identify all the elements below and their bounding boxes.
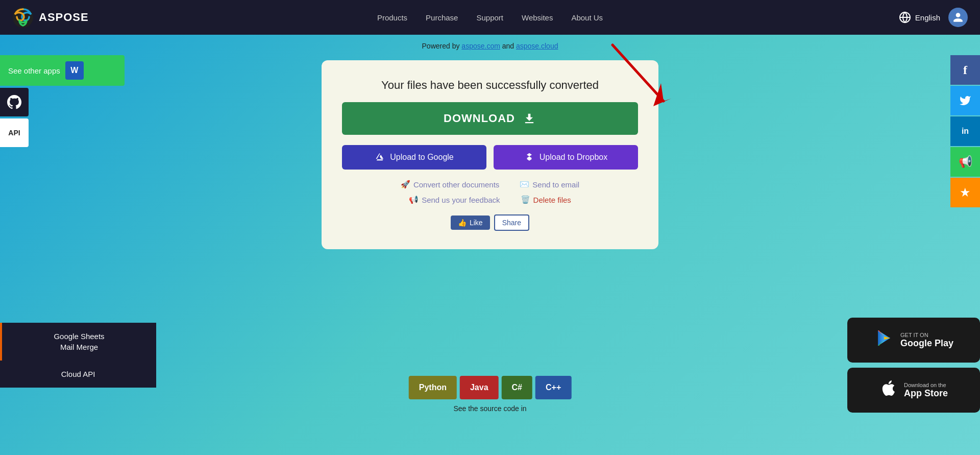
- app-store-small-label: Download on the: [904, 382, 948, 388]
- upload-dropbox-button[interactable]: Upload to Dropbox: [494, 145, 638, 170]
- trash-icon: 🗑️: [521, 195, 530, 204]
- facebook-button[interactable]: f: [950, 55, 980, 85]
- announce-button[interactable]: 📢: [950, 147, 980, 177]
- logo-text: ASPOSE: [39, 11, 89, 24]
- rocket-icon: 🚀: [401, 180, 410, 189]
- google-play-icon: [874, 328, 894, 352]
- github-button[interactable]: [0, 88, 29, 116]
- globe-icon: [899, 11, 911, 23]
- twitter-button[interactable]: [950, 86, 980, 115]
- main-nav: Products Purchase Support Websites About…: [377, 13, 603, 22]
- nav-support[interactable]: Support: [476, 13, 503, 22]
- google-sheets-line1: Google Sheets: [14, 331, 144, 342]
- email-icon: ✉️: [520, 180, 529, 189]
- feedback-icon: 📢: [409, 195, 419, 204]
- bottom-right-store-buttons: GET IT ON Google Play Download on the Ap…: [847, 318, 980, 413]
- app-store-large-label: App Store: [904, 388, 948, 399]
- star-icon: ★: [960, 185, 971, 200]
- nav-websites[interactable]: Websites: [522, 13, 553, 22]
- right-sidebar: f in 📢 ★: [950, 55, 980, 207]
- java-label: Java: [470, 383, 488, 392]
- action-row-2: 📢 Send us your feedback 🗑️ Delete files: [409, 195, 571, 204]
- apple-svg: [879, 379, 898, 397]
- java-button[interactable]: Java: [460, 376, 499, 399]
- apple-app-store-button[interactable]: Download on the App Store: [847, 368, 980, 413]
- google-sheets-line2: Mail Merge: [14, 342, 144, 352]
- github-icon: [7, 95, 21, 109]
- main-area: See other apps W API Google Sheets Mail …: [0, 55, 980, 413]
- like-button[interactable]: 👍 Like: [451, 215, 490, 230]
- cloud-upload-buttons: Upload to Google Upload to Dropbox: [342, 145, 638, 170]
- python-button[interactable]: Python: [409, 376, 457, 399]
- source-code-text: See the source code in: [453, 404, 526, 413]
- convert-other-link[interactable]: 🚀 Convert other documents: [401, 180, 499, 189]
- apple-icon: [879, 379, 898, 401]
- google-play-text: GET IT ON Google Play: [900, 332, 953, 349]
- share-button[interactable]: Share: [494, 214, 529, 231]
- cpp-label: C++: [546, 383, 561, 392]
- nav-purchase[interactable]: Purchase: [426, 13, 458, 22]
- language-label: English: [915, 13, 940, 22]
- aspose-logo-icon: [12, 7, 34, 28]
- and-text: and: [502, 42, 514, 50]
- send-feedback-link[interactable]: 📢 Send us your feedback: [409, 195, 500, 204]
- send-email-link[interactable]: ✉️ Send to email: [520, 180, 579, 189]
- google-play-small-label: GET IT ON: [900, 332, 953, 338]
- language-selector[interactable]: English: [899, 11, 940, 23]
- thumbs-up-icon: 👍: [458, 219, 467, 227]
- google-sheets-button[interactable]: Google Sheets Mail Merge: [0, 323, 156, 361]
- powered-by-text: Powered by: [422, 42, 460, 50]
- conversion-card: Your files have been successfully conver…: [322, 60, 658, 249]
- upload-dropbox-label: Upload to Dropbox: [540, 153, 607, 162]
- google-play-large-label: Google Play: [900, 338, 953, 349]
- header: ASPOSE Products Purchase Support Website…: [0, 0, 980, 35]
- powered-by-bar: Powered by aspose.com and aspose.cloud: [0, 35, 980, 55]
- google-play-button[interactable]: GET IT ON Google Play: [847, 318, 980, 363]
- star-button[interactable]: ★: [950, 178, 980, 207]
- header-right: English: [899, 8, 968, 27]
- cloud-api-button[interactable]: Cloud API: [0, 361, 156, 388]
- api-button[interactable]: API: [0, 118, 29, 147]
- logo[interactable]: ASPOSE: [12, 7, 89, 28]
- csharp-label: C#: [512, 383, 522, 392]
- see-other-apps-label: See other apps: [8, 66, 60, 75]
- see-other-apps-button[interactable]: See other apps W: [0, 55, 125, 86]
- svg-marker-4: [653, 83, 671, 106]
- user-icon: [952, 12, 964, 23]
- svg-point-0: [13, 7, 33, 28]
- upload-google-button[interactable]: Upload to Google: [342, 145, 486, 170]
- action-row-1: 🚀 Convert other documents ✉️ Send to ema…: [401, 180, 579, 189]
- aspose-com-link[interactable]: aspose.com: [461, 42, 500, 50]
- linkedin-icon: in: [962, 127, 969, 136]
- language-buttons: Python Java C# C++: [409, 376, 572, 399]
- user-avatar[interactable]: [948, 8, 968, 27]
- api-label: API: [8, 129, 20, 137]
- delete-files-link[interactable]: 🗑️ Delete files: [521, 195, 571, 204]
- like-label: Like: [470, 219, 483, 227]
- apple-store-text: Download on the App Store: [904, 382, 948, 399]
- success-message: Your files have been successfully conver…: [381, 79, 599, 92]
- upload-google-label: Upload to Google: [390, 153, 454, 162]
- announce-icon: 📢: [959, 155, 972, 169]
- nav-about[interactable]: About Us: [571, 13, 603, 22]
- nav-products[interactable]: Products: [377, 13, 407, 22]
- aspose-cloud-link[interactable]: aspose.cloud: [516, 42, 558, 50]
- download-icon: [522, 111, 536, 126]
- card-wrapper: Your files have been successfully conver…: [31, 60, 949, 249]
- download-button[interactable]: DOWNLOAD: [342, 102, 638, 135]
- share-label: Share: [502, 219, 521, 227]
- python-label: Python: [419, 383, 447, 392]
- cpp-button[interactable]: C++: [535, 376, 571, 399]
- word-icon: W: [65, 61, 84, 80]
- twitter-icon: [959, 94, 971, 107]
- action-links: 🚀 Convert other documents ✉️ Send to ema…: [342, 180, 638, 204]
- facebook-icon: f: [963, 63, 967, 77]
- left-sidebar: See other apps W API Google Sheets Mail …: [0, 55, 156, 388]
- csharp-button[interactable]: C#: [502, 376, 532, 399]
- google-play-svg: [874, 328, 894, 348]
- dropbox-icon: [524, 152, 534, 162]
- linkedin-button[interactable]: in: [950, 116, 980, 146]
- social-share-row: 👍 Like Share: [451, 214, 529, 231]
- download-label: DOWNLOAD: [444, 112, 515, 125]
- google-drive-icon: [375, 152, 385, 162]
